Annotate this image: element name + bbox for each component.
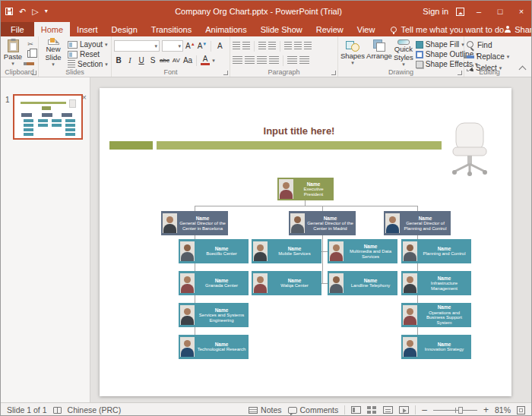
comments-button[interactable]: Comments <box>288 405 339 414</box>
character-spacing-button[interactable]: AV <box>172 57 181 64</box>
org-node-boecillo-center[interactable]: NameBoecillo Center <box>179 239 249 263</box>
slide-show-button[interactable] <box>399 406 409 414</box>
new-slide-button[interactable]: New Slide ▾ <box>41 39 65 68</box>
zoom-in-button[interactable]: + <box>483 405 489 414</box>
align-text-button[interactable] <box>304 42 312 50</box>
find-button[interactable]: Find <box>467 40 512 50</box>
title-accent-bar-short[interactable] <box>109 141 153 150</box>
normal-view-button[interactable] <box>351 406 361 414</box>
notes-button[interactable]: Notes <box>249 405 281 414</box>
org-node-technological-research[interactable]: NameTechnological Research <box>179 335 249 359</box>
paragraph-dialog-launcher[interactable] <box>331 71 336 75</box>
shapes-button[interactable]: Shapes ▾ <box>340 39 365 68</box>
language-indicator[interactable]: Chinese (PRC) <box>68 405 122 414</box>
undo-icon[interactable]: ↶ <box>19 8 26 16</box>
text-shadow-button[interactable]: S <box>148 56 157 65</box>
text-direction-button[interactable] <box>294 42 302 50</box>
bold-button[interactable]: B <box>114 56 123 65</box>
org-node-infrastructure-management[interactable]: NameInfrastructure Management <box>401 271 471 295</box>
italic-button[interactable]: I <box>125 56 135 65</box>
font-color-button[interactable]: A <box>201 55 210 65</box>
clear-formatting-button[interactable]: A <box>215 42 224 50</box>
zoom-level[interactable]: 81% <box>495 405 511 414</box>
org-node-director-madrid[interactable]: NameGeneral Director of the Center in Ma… <box>289 211 356 235</box>
line-spacing-button[interactable] <box>284 42 292 50</box>
layout-button[interactable]: Layout▾ <box>68 40 108 49</box>
slide-thumbnail[interactable] <box>13 94 83 140</box>
format-painter-button[interactable] <box>25 60 36 68</box>
ribbon-display-options-icon[interactable] <box>456 8 464 16</box>
numbering-button[interactable] <box>242 42 250 50</box>
tab-insert[interactable]: Insert <box>70 22 105 36</box>
tab-review[interactable]: Review <box>309 22 350 36</box>
change-case-button[interactable]: Aa <box>183 56 192 65</box>
office-chair-image[interactable] <box>445 121 494 176</box>
title-accent-bar-long[interactable] <box>157 141 442 150</box>
bullets-button[interactable] <box>233 42 240 50</box>
save-icon[interactable] <box>5 8 13 15</box>
slide-title-text[interactable]: Input title here! <box>157 125 442 137</box>
org-node-director-barcelona[interactable]: NameGeneral Director of the Center in Ba… <box>161 211 228 235</box>
increase-indent-button[interactable] <box>268 42 276 50</box>
zoom-slider-handle[interactable] <box>458 407 463 414</box>
align-right-button[interactable] <box>257 56 267 65</box>
slide[interactable]: Input title here! <box>100 88 511 396</box>
font-size-combo[interactable]: ▾ <box>162 40 183 52</box>
drawing-dialog-launcher[interactable] <box>458 71 462 75</box>
grow-font-button[interactable]: A▲ <box>185 42 195 50</box>
org-node-walqa-center[interactable]: NameWalqa Center <box>252 271 321 295</box>
org-node-landline-telephony[interactable]: NameLandline Telephony <box>328 271 397 295</box>
tab-slide-show[interactable]: Slide Show <box>254 22 309 36</box>
paste-button[interactable]: Paste ▾ <box>3 39 23 68</box>
align-center-button[interactable] <box>245 56 255 65</box>
font-dialog-launcher[interactable] <box>223 71 228 75</box>
collapse-ribbon-button[interactable] <box>519 66 527 74</box>
share-button[interactable]: Share <box>504 22 532 36</box>
quick-styles-button[interactable]: Quick Styles ▾ <box>394 39 413 68</box>
tab-animations[interactable]: Animations <box>198 22 253 36</box>
org-node-planning-and-control[interactable]: NamePlanning and Control <box>401 239 471 263</box>
clipboard-dialog-launcher[interactable] <box>32 71 36 75</box>
org-node-executive-president[interactable]: NameExecutive President <box>277 178 334 200</box>
replace-button[interactable]: Replace▾ <box>467 52 512 61</box>
fit-to-window-button[interactable] <box>517 406 525 414</box>
minimize-button[interactable]: – <box>472 7 486 16</box>
maximize-button[interactable]: □ <box>493 7 507 16</box>
cut-button[interactable]: ✂ <box>25 40 36 48</box>
decrease-indent-button[interactable] <box>258 42 266 50</box>
tell-me-box[interactable]: Tell me what you want to do <box>391 22 504 36</box>
org-node-innovation-strategy[interactable]: NameInnovation Strategy <box>401 335 471 359</box>
convert-to-smartart-button[interactable] <box>299 56 309 65</box>
proofing-icon[interactable] <box>53 407 62 414</box>
org-node-multimedia-data-services[interactable]: NameMultimedia and Data Services <box>328 239 397 263</box>
close-button[interactable]: × <box>515 7 528 16</box>
start-from-beginning-icon[interactable]: ▷ <box>32 8 38 16</box>
font-color-dropdown-icon[interactable]: ▾ <box>212 58 215 64</box>
shrink-font-button[interactable]: A▼ <box>198 42 207 50</box>
org-node-director-planning[interactable]: NameGeneral Director of Planning and Con… <box>384 211 451 235</box>
zoom-out-button[interactable]: – <box>422 405 427 414</box>
tab-view[interactable]: View <box>350 22 382 36</box>
underline-button[interactable]: U <box>137 56 146 65</box>
org-node-operations-business-support[interactable]: NameOperations and Business Support Syst… <box>401 303 471 327</box>
columns-button[interactable] <box>287 56 297 65</box>
tab-file[interactable]: File <box>1 22 34 36</box>
reading-view-button[interactable] <box>383 406 393 414</box>
org-node-granada-center[interactable]: NameGranada Center <box>179 271 249 295</box>
copy-button[interactable] <box>25 50 36 58</box>
tab-design[interactable]: Design <box>105 22 144 36</box>
tab-transitions[interactable]: Transitions <box>144 22 198 36</box>
arrange-button[interactable]: Arrange <box>367 39 391 68</box>
zoom-slider[interactable] <box>433 410 477 411</box>
org-node-mobile-services[interactable]: NameMobile Services <box>252 239 321 263</box>
slide-sorter-view-button[interactable] <box>367 406 377 414</box>
org-node-services-systems-engineering[interactable]: NameServices and Systems Engineering <box>179 303 249 327</box>
tab-home[interactable]: Home <box>34 22 70 36</box>
align-left-button[interactable] <box>233 56 242 65</box>
section-button[interactable]: Section▾ <box>68 60 108 68</box>
font-name-combo[interactable]: ▾ <box>114 40 160 52</box>
justify-button[interactable] <box>269 56 279 65</box>
strikethrough-button[interactable]: abc <box>160 57 169 64</box>
reset-button[interactable]: Reset <box>68 50 108 58</box>
sign-in-link[interactable]: Sign in <box>423 7 448 16</box>
